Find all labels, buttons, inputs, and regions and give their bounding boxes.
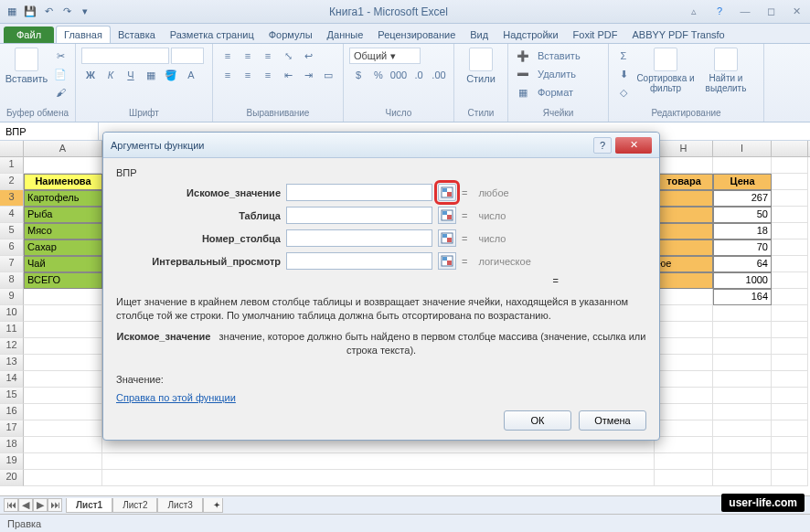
wrap-icon[interactable]: ↩	[299, 48, 317, 64]
cell[interactable]	[24, 470, 102, 486]
row-header[interactable]: 11	[0, 322, 24, 338]
dec-dec-icon[interactable]: .00	[430, 67, 448, 83]
cell[interactable]	[655, 272, 713, 289]
help-link[interactable]: Справка по этой функции	[116, 392, 646, 403]
tab-view[interactable]: Вид	[463, 27, 496, 43]
col-header-i[interactable]: I	[713, 141, 772, 156]
fill-down-icon[interactable]: ⬇	[614, 66, 633, 82]
cell[interactable]: 18	[713, 223, 772, 239]
cell[interactable]	[655, 289, 713, 305]
cell[interactable]	[655, 338, 713, 355]
sheet-nav-first-icon[interactable]: ⏮	[4, 498, 18, 512]
insert-cell-icon[interactable]: ➕	[514, 48, 532, 64]
row-header[interactable]: 8	[0, 272, 24, 289]
cell[interactable]: Сахар	[24, 239, 102, 256]
cell[interactable]	[655, 470, 713, 486]
row-header[interactable]: 14	[0, 371, 24, 388]
cell[interactable]	[24, 338, 102, 355]
dialog-help-icon[interactable]: ?	[593, 137, 612, 154]
tab-file[interactable]: Файл	[4, 27, 54, 43]
tab-addins[interactable]: Надстройки	[496, 27, 565, 43]
cell[interactable]	[772, 157, 808, 174]
cell[interactable]	[24, 453, 102, 470]
indent-inc-icon[interactable]: ⇥	[299, 67, 317, 83]
cell[interactable]	[24, 289, 102, 305]
tab-foxit[interactable]: Foxit PDF	[566, 27, 625, 43]
tab-layout[interactable]: Разметка страниц	[163, 27, 261, 43]
format-painter-icon[interactable]: 🖌	[51, 84, 69, 101]
border-icon[interactable]: ▦	[142, 67, 160, 83]
cell[interactable]: 70	[713, 239, 772, 256]
cell[interactable]	[655, 388, 713, 404]
bold-icon[interactable]: Ж	[81, 67, 100, 83]
cell[interactable]: 50	[713, 207, 772, 223]
autosum-icon[interactable]: Σ	[614, 48, 633, 64]
cell[interactable]	[24, 157, 102, 174]
cell[interactable]	[772, 272, 808, 289]
row-header[interactable]: 17	[0, 420, 24, 437]
cell[interactable]	[772, 338, 808, 355]
row-header[interactable]: 4	[0, 207, 24, 223]
copy-icon[interactable]: 📄	[51, 66, 69, 82]
font-combo[interactable]	[81, 48, 169, 64]
sheet-tab-1[interactable]: Лист1	[66, 498, 112, 513]
minimize-icon[interactable]: —	[735, 5, 755, 17]
undo-icon[interactable]: ↶	[40, 4, 57, 20]
row-header[interactable]: 3	[0, 190, 24, 207]
sheet-nav-last-icon[interactable]: ⏭	[48, 498, 62, 512]
delete-cell-icon[interactable]: ➖	[514, 66, 532, 82]
cell[interactable]	[24, 437, 102, 453]
cell[interactable]	[713, 388, 772, 404]
row-header[interactable]: 13	[0, 355, 24, 371]
range-select-icon[interactable]	[438, 252, 456, 270]
select-all-corner[interactable]	[0, 141, 24, 156]
cell[interactable]	[655, 420, 713, 437]
percent-icon[interactable]: %	[369, 67, 388, 83]
cell[interactable]	[24, 388, 102, 404]
currency-icon[interactable]: $	[349, 67, 368, 83]
format-label[interactable]: Формат	[534, 84, 577, 101]
cell[interactable]	[772, 190, 808, 207]
paste-button[interactable]: Вставить	[5, 48, 48, 84]
cell[interactable]: Рыба	[24, 207, 102, 223]
arg-input[interactable]	[286, 207, 432, 224]
cell[interactable]	[713, 157, 772, 174]
find-select-button[interactable]: Найти и выделить	[698, 48, 753, 93]
cell[interactable]	[655, 437, 713, 453]
cancel-button[interactable]: Отмена	[579, 410, 646, 431]
tab-review[interactable]: Рецензирование	[370, 27, 463, 43]
cell[interactable]	[24, 355, 102, 371]
help-icon[interactable]: ?	[709, 5, 730, 17]
format-cell-icon[interactable]: ▦	[514, 84, 532, 101]
cell[interactable]	[655, 190, 713, 207]
align-mid-icon[interactable]: ≡	[239, 48, 257, 64]
cell[interactable]	[772, 388, 808, 404]
cell[interactable]	[102, 453, 655, 470]
cell[interactable]	[772, 322, 808, 338]
cell[interactable]	[655, 371, 713, 388]
font-size-combo[interactable]	[171, 48, 204, 64]
sheet-tab-3[interactable]: Лист3	[157, 498, 202, 513]
italic-icon[interactable]: К	[101, 67, 120, 83]
cell[interactable]	[713, 453, 772, 470]
cell[interactable]	[713, 371, 772, 388]
name-box[interactable]: ВПР	[0, 122, 99, 140]
row-header[interactable]: 7	[0, 256, 24, 272]
cell[interactable]	[655, 404, 713, 420]
cell[interactable]	[772, 289, 808, 305]
tab-insert[interactable]: Вставка	[111, 27, 163, 43]
minimize-ribbon-icon[interactable]: ▵	[684, 5, 704, 17]
row-header[interactable]: 18	[0, 437, 24, 453]
arg-input[interactable]	[286, 252, 432, 270]
row-header[interactable]: 5	[0, 223, 24, 239]
cell[interactable]: Мясо	[24, 223, 102, 239]
cell[interactable]	[655, 223, 713, 239]
clear-icon[interactable]: ◇	[614, 84, 633, 101]
align-center-icon[interactable]: ≡	[239, 67, 257, 83]
redo-icon[interactable]: ↷	[59, 4, 75, 20]
cell[interactable]	[655, 157, 713, 174]
cell[interactable]	[772, 174, 808, 190]
row-header[interactable]: 16	[0, 404, 24, 420]
cell[interactable]	[772, 371, 808, 388]
range-select-icon[interactable]	[438, 229, 456, 247]
